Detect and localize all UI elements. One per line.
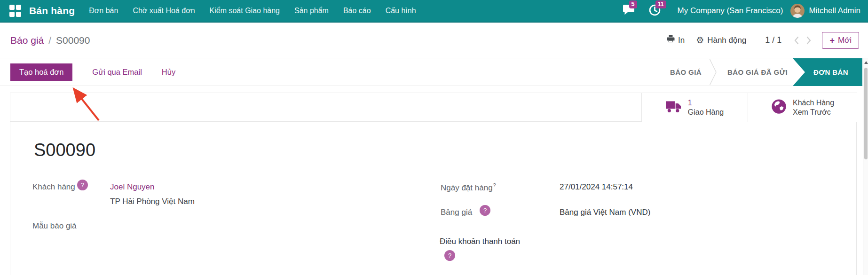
menu-item-san-pham[interactable]: Sản phẩm xyxy=(294,7,329,15)
menu-item-cho-xuat-hoa-don[interactable]: Chờ xuất Hoá đơn xyxy=(133,7,195,15)
printer-icon xyxy=(667,35,675,45)
activities-count-badge: 11 xyxy=(655,0,666,8)
menu-item-cau-hinh[interactable]: Cấu hình xyxy=(386,7,416,15)
messages-button[interactable]: 5 xyxy=(623,4,635,17)
customer-address: TP Hải Phòng Việt Nam xyxy=(110,197,195,206)
cancel-button[interactable]: Hủy xyxy=(162,68,175,77)
status-bar: Tạo hoá đơn Gửi qua Email Hủy BÁO GIÁ BÁ… xyxy=(0,58,868,86)
truck-icon xyxy=(666,100,682,115)
globe-icon xyxy=(771,99,787,116)
breadcrumb: Báo giá / S00090 xyxy=(10,35,90,46)
print-label: In xyxy=(678,36,685,45)
delivery-count: 1 xyxy=(688,98,724,108)
customer-preview-line2: Xem Trước xyxy=(793,108,834,117)
payment-terms-label: Điều khoản thanh toán xyxy=(440,237,520,246)
action-label: Hành động xyxy=(707,36,746,45)
sales-order-screen: Bán hàng Đơn bán Chờ xuất Hoá đơn Kiểm s… xyxy=(0,0,868,275)
smart-button-box: 1 Giao Hàng Khách Hàng Xem Trước xyxy=(10,93,856,122)
customer-preview-line1: Khách Hàng xyxy=(793,98,834,108)
pager-next-button[interactable] xyxy=(803,34,815,47)
breadcrumb-separator: / xyxy=(48,35,51,46)
control-panel-buttons: In ⚙ Hành động 1 / 1 + Mới xyxy=(667,32,859,49)
breadcrumb-quotations-link[interactable]: Báo giá xyxy=(10,35,44,46)
pager-counter: 1 / 1 xyxy=(765,35,781,45)
messages-count-badge: 5 xyxy=(629,0,637,8)
order-date-help-mark: ? xyxy=(493,182,496,188)
pager-previous-button[interactable] xyxy=(790,34,803,47)
topbar-right: 5 11 My Company (San Francisco) Mitchell… xyxy=(623,4,860,18)
delivery-label: Giao Hàng xyxy=(688,108,724,117)
print-button[interactable]: In xyxy=(667,35,685,45)
customer-label: Khách hàng xyxy=(32,182,75,192)
stage-separator-chevron-icon xyxy=(709,58,718,88)
apps-grid-icon[interactable] xyxy=(9,5,22,17)
control-panel: Báo giá / S00090 In ⚙ Hành động 1 / 1 xyxy=(0,23,868,58)
menu-item-don-ban[interactable]: Đơn bán xyxy=(89,7,118,15)
gear-icon: ⚙ xyxy=(696,36,704,45)
order-date-label: Ngày đặt hàng? xyxy=(441,182,496,193)
stage-quotation-sent[interactable]: BÁO GIÁ ĐÃ GỬI xyxy=(727,58,788,86)
breadcrumb-current: S00090 xyxy=(56,35,90,46)
pricelist-help-icon[interactable]: ? xyxy=(480,205,490,216)
stage-quotation[interactable]: BÁO GIÁ xyxy=(670,58,702,86)
payment-terms-help-icon[interactable]: ? xyxy=(444,250,455,261)
user-menu[interactable]: Mitchell Admin xyxy=(809,6,860,16)
menu-item-bao-cao[interactable]: Báo cáo xyxy=(343,7,371,15)
user-avatar[interactable] xyxy=(790,4,805,18)
order-date-value[interactable]: 27/01/2024 14:57:14 xyxy=(560,182,633,192)
company-switcher[interactable]: My Company (San Francisco) xyxy=(678,6,783,16)
create-invoice-button[interactable]: Tạo hoá đơn xyxy=(10,63,72,81)
customer-name-link[interactable]: Joel Nguyen xyxy=(110,182,155,192)
menu-item-kiem-soat-giao-hang[interactable]: Kiểm soát Giao hàng xyxy=(210,7,280,15)
pricelist-label: Bảng giá xyxy=(441,208,472,217)
app-name[interactable]: Bán hàng xyxy=(29,5,75,16)
topbar: Bán hàng Đơn bán Chờ xuất Hoá đơn Kiểm s… xyxy=(0,0,868,23)
pricelist-value[interactable]: Bảng giá Việt Nam (VND) xyxy=(560,208,650,217)
send-by-email-button[interactable]: Gửi qua Email xyxy=(92,68,142,77)
form-sheet: 1 Giao Hàng Khách Hàng Xem Trước S00090 … xyxy=(10,93,857,275)
stage-sales-order-active[interactable]: ĐƠN BÁN xyxy=(793,58,862,86)
order-title: S00090 xyxy=(34,140,95,160)
delivery-smart-button[interactable]: 1 Giao Hàng xyxy=(641,93,748,122)
customer-preview-smart-button[interactable]: Khách Hàng Xem Trước xyxy=(748,93,857,122)
action-menu-button[interactable]: ⚙ Hành động xyxy=(696,36,746,45)
new-button-label: Mới xyxy=(838,36,852,45)
scrollbar-thumb[interactable] xyxy=(864,68,868,159)
customer-help-icon[interactable]: ? xyxy=(77,180,88,190)
scroll-up-arrow-icon[interactable] xyxy=(864,61,868,64)
quotation-template-label: Mẫu báo giá xyxy=(32,221,77,231)
activities-button[interactable]: 11 xyxy=(649,4,661,18)
top-menu: Đơn bán Chờ xuất Hoá đơn Kiểm soát Giao … xyxy=(89,7,416,15)
plus-icon: + xyxy=(829,36,835,45)
vertical-scrollbar[interactable] xyxy=(863,58,868,275)
new-record-button[interactable]: + Mới xyxy=(822,32,859,49)
record-actions: Tạo hoá đơn Gửi qua Email Hủy xyxy=(10,58,175,86)
